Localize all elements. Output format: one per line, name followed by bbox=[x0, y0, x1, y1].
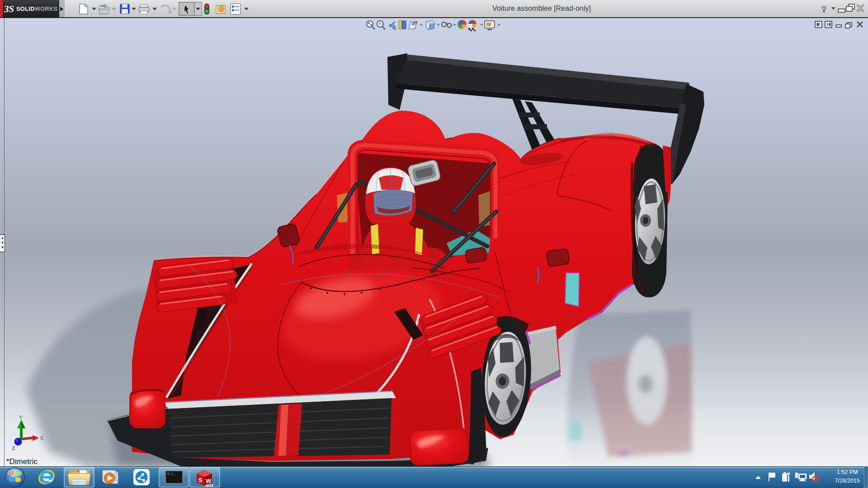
svg-text:2015: 2015 bbox=[205, 483, 213, 488]
svg-text:C:\_: C:\_ bbox=[167, 472, 176, 476]
svg-text:?: ? bbox=[821, 5, 827, 14]
svg-text:S: S bbox=[198, 477, 203, 483]
